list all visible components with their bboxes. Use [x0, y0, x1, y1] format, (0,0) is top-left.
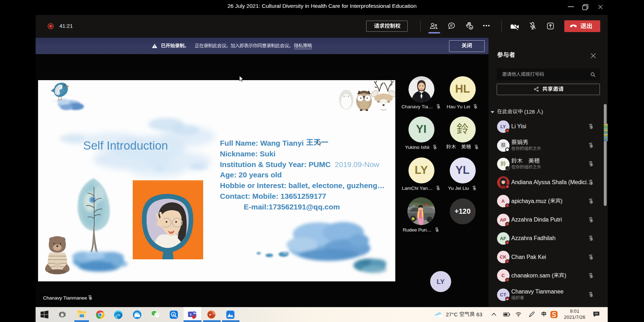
svg-text:A: A — [173, 313, 175, 316]
svg-text:T: T — [190, 313, 192, 317]
svg-text:P: P — [209, 313, 211, 317]
